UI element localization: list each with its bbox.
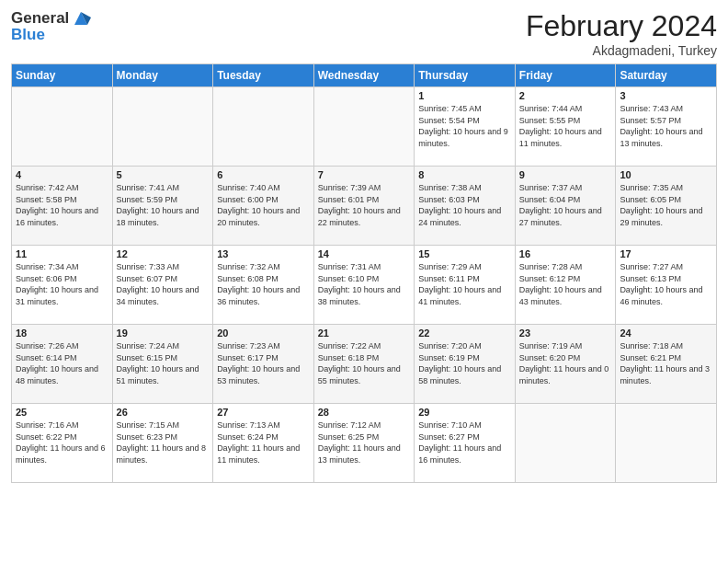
page: General Blue February 2024 Akdagmadeni, …	[0, 0, 728, 563]
day-info: Sunrise: 7:23 AM Sunset: 6:17 PM Dayligh…	[217, 340, 310, 386]
calendar-day-cell: 25Sunrise: 7:16 AM Sunset: 6:22 PM Dayli…	[12, 404, 113, 483]
title-block: February 2024 Akdagmadeni, Turkey	[526, 9, 717, 58]
calendar-day-cell: 23Sunrise: 7:19 AM Sunset: 6:20 PM Dayli…	[515, 325, 616, 404]
calendar-day-cell: 19Sunrise: 7:24 AM Sunset: 6:15 PM Dayli…	[112, 325, 213, 404]
calendar-day-cell: 8Sunrise: 7:38 AM Sunset: 6:03 PM Daylig…	[415, 167, 516, 246]
day-info: Sunrise: 7:16 AM Sunset: 6:22 PM Dayligh…	[16, 419, 108, 465]
calendar-title: February 2024	[526, 9, 717, 43]
logo-blue-text: Blue	[11, 26, 91, 44]
day-number: 19	[117, 327, 210, 339]
column-header-saturday: Saturday	[616, 64, 717, 87]
day-number: 18	[16, 327, 108, 339]
day-info: Sunrise: 7:40 AM Sunset: 6:00 PM Dayligh…	[217, 182, 310, 228]
calendar-subtitle: Akdagmadeni, Turkey	[526, 43, 717, 58]
header: General Blue February 2024 Akdagmadeni, …	[11, 9, 717, 58]
day-info: Sunrise: 7:24 AM Sunset: 6:15 PM Dayligh…	[117, 340, 210, 386]
calendar-day-cell: 2Sunrise: 7:44 AM Sunset: 5:55 PM Daylig…	[515, 87, 616, 167]
calendar-day-cell: 26Sunrise: 7:15 AM Sunset: 6:23 PM Dayli…	[112, 404, 213, 483]
day-info: Sunrise: 7:28 AM Sunset: 6:12 PM Dayligh…	[519, 261, 612, 307]
calendar-day-cell	[12, 87, 113, 167]
calendar-day-cell: 4Sunrise: 7:42 AM Sunset: 5:58 PM Daylig…	[12, 167, 113, 246]
day-number: 9	[519, 169, 612, 180]
calendar-day-cell: 21Sunrise: 7:22 AM Sunset: 6:18 PM Dayli…	[313, 325, 415, 404]
day-number: 3	[620, 90, 712, 101]
calendar-day-cell: 28Sunrise: 7:12 AM Sunset: 6:25 PM Dayli…	[313, 404, 415, 483]
day-number: 8	[418, 169, 511, 180]
calendar-week-row: 4Sunrise: 7:42 AM Sunset: 5:58 PM Daylig…	[12, 167, 717, 246]
calendar-day-cell: 24Sunrise: 7:18 AM Sunset: 6:21 PM Dayli…	[616, 325, 717, 404]
day-info: Sunrise: 7:12 AM Sunset: 6:25 PM Dayligh…	[318, 419, 411, 465]
day-number: 5	[117, 169, 210, 180]
calendar-day-cell: 9Sunrise: 7:37 AM Sunset: 6:04 PM Daylig…	[515, 167, 616, 246]
day-info: Sunrise: 7:29 AM Sunset: 6:11 PM Dayligh…	[418, 261, 511, 307]
calendar-day-cell: 27Sunrise: 7:13 AM Sunset: 6:24 PM Dayli…	[213, 404, 314, 483]
day-number: 27	[217, 407, 310, 418]
calendar-day-cell: 18Sunrise: 7:26 AM Sunset: 6:14 PM Dayli…	[12, 325, 113, 404]
day-info: Sunrise: 7:41 AM Sunset: 5:59 PM Dayligh…	[117, 182, 210, 228]
calendar-day-cell: 10Sunrise: 7:35 AM Sunset: 6:05 PM Dayli…	[616, 167, 717, 246]
calendar-day-cell	[112, 87, 213, 167]
day-number: 2	[519, 90, 612, 101]
column-header-monday: Monday	[112, 64, 213, 87]
calendar-day-cell: 12Sunrise: 7:33 AM Sunset: 6:07 PM Dayli…	[112, 246, 213, 325]
calendar-day-cell: 20Sunrise: 7:23 AM Sunset: 6:17 PM Dayli…	[213, 325, 314, 404]
calendar-day-cell	[313, 87, 415, 167]
calendar-week-row: 25Sunrise: 7:16 AM Sunset: 6:22 PM Dayli…	[12, 404, 717, 483]
day-info: Sunrise: 7:42 AM Sunset: 5:58 PM Dayligh…	[16, 182, 108, 228]
column-header-tuesday: Tuesday	[213, 64, 314, 87]
column-header-sunday: Sunday	[12, 64, 113, 87]
day-info: Sunrise: 7:32 AM Sunset: 6:08 PM Dayligh…	[217, 261, 310, 307]
day-number: 17	[620, 248, 712, 259]
day-number: 25	[16, 407, 108, 418]
calendar-day-cell: 13Sunrise: 7:32 AM Sunset: 6:08 PM Dayli…	[213, 246, 314, 325]
day-info: Sunrise: 7:31 AM Sunset: 6:10 PM Dayligh…	[318, 261, 411, 307]
calendar-day-cell: 29Sunrise: 7:10 AM Sunset: 6:27 PM Dayli…	[415, 404, 516, 483]
day-info: Sunrise: 7:37 AM Sunset: 6:04 PM Dayligh…	[519, 182, 612, 228]
calendar-day-cell	[213, 87, 314, 167]
day-number: 16	[519, 248, 612, 259]
day-number: 10	[620, 169, 712, 180]
day-info: Sunrise: 7:34 AM Sunset: 6:06 PM Dayligh…	[16, 261, 108, 307]
calendar-header-row: SundayMondayTuesdayWednesdayThursdayFrid…	[12, 64, 717, 87]
day-number: 6	[217, 169, 310, 180]
day-info: Sunrise: 7:38 AM Sunset: 6:03 PM Dayligh…	[418, 182, 511, 228]
day-info: Sunrise: 7:22 AM Sunset: 6:18 PM Dayligh…	[318, 340, 411, 386]
calendar-week-row: 1Sunrise: 7:45 AM Sunset: 5:54 PM Daylig…	[12, 87, 717, 167]
calendar-day-cell: 5Sunrise: 7:41 AM Sunset: 5:59 PM Daylig…	[112, 167, 213, 246]
day-number: 22	[418, 327, 511, 339]
calendar-day-cell: 7Sunrise: 7:39 AM Sunset: 6:01 PM Daylig…	[313, 167, 415, 246]
day-info: Sunrise: 7:26 AM Sunset: 6:14 PM Dayligh…	[16, 340, 108, 386]
calendar-day-cell: 22Sunrise: 7:20 AM Sunset: 6:19 PM Dayli…	[415, 325, 516, 404]
day-number: 11	[16, 248, 108, 259]
day-number: 14	[318, 248, 411, 259]
calendar-day-cell: 16Sunrise: 7:28 AM Sunset: 6:12 PM Dayli…	[515, 246, 616, 325]
day-info: Sunrise: 7:13 AM Sunset: 6:24 PM Dayligh…	[217, 419, 310, 465]
day-info: Sunrise: 7:33 AM Sunset: 6:07 PM Dayligh…	[117, 261, 210, 307]
day-number: 12	[117, 248, 210, 259]
calendar-day-cell	[616, 404, 717, 483]
day-info: Sunrise: 7:39 AM Sunset: 6:01 PM Dayligh…	[318, 182, 411, 228]
calendar-day-cell: 17Sunrise: 7:27 AM Sunset: 6:13 PM Dayli…	[616, 246, 717, 325]
day-number: 4	[16, 169, 108, 180]
calendar-day-cell: 1Sunrise: 7:45 AM Sunset: 5:54 PM Daylig…	[415, 87, 516, 167]
day-info: Sunrise: 7:45 AM Sunset: 5:54 PM Dayligh…	[418, 103, 511, 149]
day-info: Sunrise: 7:10 AM Sunset: 6:27 PM Dayligh…	[418, 419, 511, 465]
calendar-day-cell: 3Sunrise: 7:43 AM Sunset: 5:57 PM Daylig…	[616, 87, 717, 167]
calendar-day-cell	[515, 404, 616, 483]
day-info: Sunrise: 7:19 AM Sunset: 6:20 PM Dayligh…	[519, 340, 612, 386]
day-info: Sunrise: 7:15 AM Sunset: 6:23 PM Dayligh…	[117, 419, 210, 465]
day-number: 21	[318, 327, 411, 339]
calendar-day-cell: 11Sunrise: 7:34 AM Sunset: 6:06 PM Dayli…	[12, 246, 113, 325]
day-info: Sunrise: 7:27 AM Sunset: 6:13 PM Dayligh…	[620, 261, 712, 307]
day-info: Sunrise: 7:20 AM Sunset: 6:19 PM Dayligh…	[418, 340, 511, 386]
day-number: 28	[318, 407, 411, 418]
logo: General Blue	[11, 9, 91, 43]
day-number: 24	[620, 327, 712, 339]
day-number: 29	[418, 407, 511, 418]
day-info: Sunrise: 7:18 AM Sunset: 6:21 PM Dayligh…	[620, 340, 712, 386]
day-number: 7	[318, 169, 411, 180]
day-number: 13	[217, 248, 310, 259]
day-info: Sunrise: 7:43 AM Sunset: 5:57 PM Dayligh…	[620, 103, 712, 149]
column-header-wednesday: Wednesday	[313, 64, 415, 87]
day-number: 23	[519, 327, 612, 339]
